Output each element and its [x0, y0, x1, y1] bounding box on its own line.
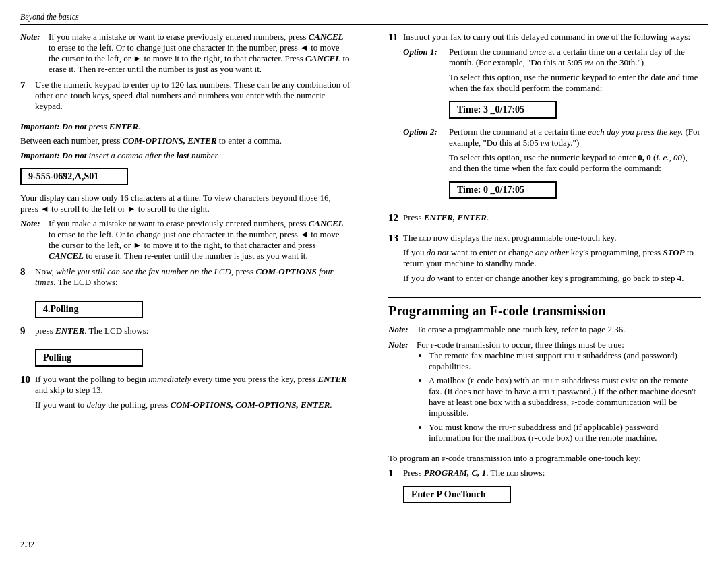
step-11: 11 Instruct your fax to carry out this d…	[388, 32, 701, 207]
option-1-block: Option 1: Perform the command once at a …	[403, 46, 701, 122]
right-column: 11 Instruct your fax to carry out this d…	[371, 32, 701, 533]
important-1: Important: Do not press ENTER.	[20, 121, 351, 132]
step-13-content: The lcd now displays the next programmab…	[403, 232, 701, 288]
note-block-1: Note: If you make a mistake or want to e…	[20, 32, 351, 75]
lcd-display-1: 9-555-0692,A,S01	[20, 164, 351, 189]
step-9-num: 9	[20, 325, 35, 337]
page-header: Beyond the basics	[20, 12, 708, 25]
step-13: 13 The lcd now displays the next program…	[388, 232, 701, 288]
option-1-content: Perform the command once at a certain ti…	[449, 46, 701, 122]
lcd-box-time-2: Time: 0 _0/17:05	[449, 181, 557, 199]
option-2-block: Option 2: Perform the command at a certa…	[403, 127, 701, 202]
note-block-3: Note: To erase a programmable one-touch …	[388, 324, 701, 335]
step-10-content: If you want the polling to begin immedia…	[35, 374, 351, 414]
option-2-label: Option 2:	[403, 127, 449, 137]
important-2: Important: Do not insert a comma after t…	[20, 150, 351, 161]
between-note: Between each number, press COM-OPTIONS, …	[20, 135, 351, 146]
page-container: Beyond the basics Note: If you make a mi…	[0, 0, 728, 562]
step-10-num: 10	[20, 374, 35, 385]
section-heading: Programming an F-code transmission	[388, 297, 701, 319]
step-9: 9 press ENTER. The LCD shows:	[20, 325, 351, 340]
bullet-1: The remote fax machine must support itu-…	[429, 350, 701, 372]
option-2-content: Perform the command at a certain time ea…	[449, 127, 701, 202]
note-content-2: If you make a mistake or want to erase p…	[49, 218, 351, 261]
step-7-content: Use the numeric keypad to enter up to 12…	[35, 80, 351, 116]
step-r1-num: 1	[388, 468, 403, 479]
step-12: 12 Press ENTER, ENTER.	[388, 212, 701, 227]
step-8-content: Now, while you still can see the fax num…	[35, 266, 351, 292]
content-columns: Note: If you make a mistake or want to e…	[20, 32, 708, 533]
step-7: 7 Use the numeric keypad to enter up to …	[20, 80, 351, 116]
step-12-content: Press ENTER, ENTER.	[403, 212, 701, 227]
page-footer: 2.32	[20, 540, 708, 550]
lcd-box-4: Enter P OneTouch	[403, 486, 511, 503]
step-7-num: 7	[20, 80, 35, 91]
step-r1-content: Press PROGRAM, C, 1. The lcd shows: Ente…	[403, 468, 701, 507]
lcd-time-1: Time: 3 _0/17:05	[449, 98, 701, 122]
bullet-2: A mailbox (f-code box) with an itu-t sub…	[429, 375, 701, 418]
step-8-num: 8	[20, 266, 35, 278]
note-label-1: Note:	[20, 32, 46, 42]
lcd-time-2: Time: 0 _0/17:05	[449, 178, 701, 202]
lcd-display-4: Enter P OneTouch	[403, 482, 701, 507]
lcd-box-3: Polling	[35, 349, 143, 367]
note-label-4: Note:	[388, 340, 414, 350]
lcd-display-3: Polling	[35, 346, 351, 370]
option-1-label: Option 1:	[403, 46, 449, 57]
note-content-3: To erase a programmable one-touch key, r…	[417, 324, 701, 335]
note-label-3: Note:	[388, 324, 414, 335]
step-12-num: 12	[388, 212, 403, 224]
header-text: Beyond the basics	[20, 12, 79, 22]
page-number: 2.32	[20, 540, 34, 549]
step-r1: 1 Press PROGRAM, C, 1. The lcd shows: En…	[388, 468, 701, 507]
lcd-box-time-1: Time: 3 _0/17:05	[449, 101, 557, 119]
step-13-num: 13	[388, 232, 403, 244]
step-11-num: 11	[388, 32, 403, 43]
fcode-requirements-list: The remote fax machine must support itu-…	[417, 350, 701, 443]
step-8: 8 Now, while you still can see the fax n…	[20, 266, 351, 292]
step-10: 10 If you want the polling to begin imme…	[20, 374, 351, 414]
to-program-text: To program an f-code transmission into a…	[388, 453, 701, 464]
display-note: Your display can show only 16 characters…	[20, 193, 351, 214]
step-11-content: Instruct your fax to carry out this dela…	[403, 32, 701, 207]
lcd-display-2: 4.Polling	[35, 297, 351, 321]
left-column: Note: If you make a mistake or want to e…	[20, 32, 351, 533]
lcd-box-2: 4.Polling	[35, 301, 143, 318]
bullet-3: You must know the itu-t subaddress and (…	[429, 422, 701, 443]
note-content-1: If you make a mistake or want to erase p…	[49, 32, 351, 75]
note-block-2: Note: If you make a mistake or want to e…	[20, 218, 351, 261]
note-label-2: Note:	[20, 218, 46, 229]
step-9-content: press ENTER. The LCD shows:	[35, 325, 351, 340]
note-content-4: For f-code transmission to occur, three …	[417, 340, 701, 448]
note-block-4: Note: For f-code transmission to occur, …	[388, 340, 701, 448]
lcd-box-1: 9-555-0692,A,S01	[20, 168, 128, 185]
